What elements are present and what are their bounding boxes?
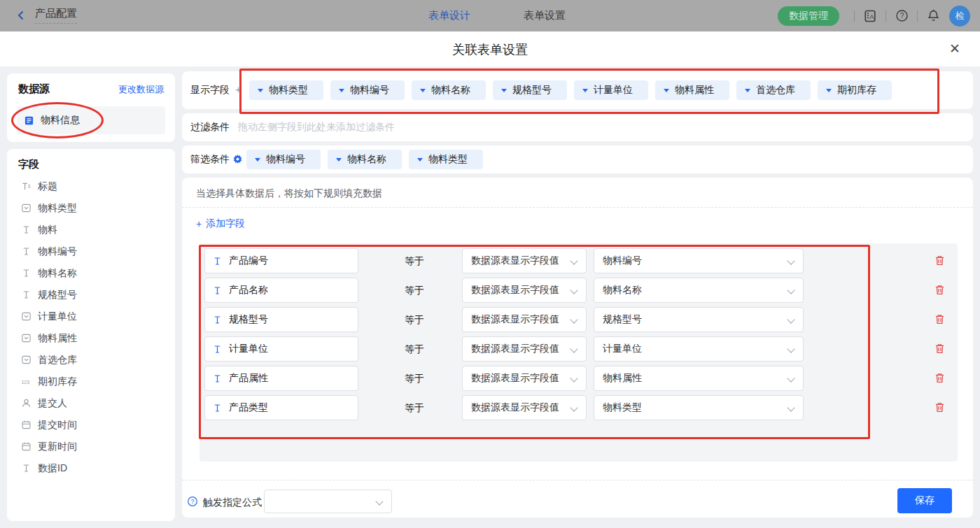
help-icon[interactable]: [894, 8, 909, 24]
field-list-item[interactable]: 物料属性: [7, 327, 175, 349]
app-window: 产品配置 表单设计 表单设置 数据管理 检 关联表单设置 ✕ 数据源 更改数据源…: [0, 0, 980, 528]
source-field-select[interactable]: 物料属性: [594, 366, 804, 391]
field-tag[interactable]: 期初库存: [818, 80, 892, 100]
gear-icon[interactable]: [232, 154, 243, 164]
text-icon: [21, 268, 31, 278]
display-field-tags: 物料类型 物料编号 物料名称 规格型号 计量单位 物料属性 首选仓库 期初库存: [249, 80, 892, 100]
avatar[interactable]: 检: [949, 6, 970, 27]
trash-icon[interactable]: [934, 284, 946, 296]
field-tag[interactable]: 计量单位: [574, 80, 648, 100]
tab-form-design[interactable]: 表单设计: [428, 9, 470, 22]
tag-label: 物料类型: [269, 84, 308, 97]
add-display-field-icon[interactable]: +: [235, 83, 241, 95]
field-list-item[interactable]: 提交时间: [7, 414, 175, 436]
source-type-select[interactable]: 数据源表显示字段值: [462, 395, 587, 420]
field-tag[interactable]: 物料编号: [246, 150, 321, 169]
target-field-label: 产品属性: [229, 372, 268, 385]
caret-down-icon: [664, 89, 669, 95]
target-field-input[interactable]: 计量单位: [204, 336, 358, 362]
screen-condition-tags: 物料编号 物料名称 物料类型: [246, 150, 483, 169]
field-tag[interactable]: 物料名称: [412, 80, 486, 100]
back-button[interactable]: 产品配置: [15, 7, 77, 24]
field-list-item[interactable]: 更新时间: [7, 436, 175, 457]
data-manage-button[interactable]: 数据管理: [778, 6, 839, 26]
field-list-item[interactable]: 物料类型: [7, 197, 175, 219]
filter-label: 过滤条件: [190, 113, 230, 141]
field-tag[interactable]: 物料属性: [655, 80, 729, 100]
target-field-input[interactable]: 产品名称: [204, 278, 358, 303]
source-field-select[interactable]: 物料编号: [594, 248, 804, 273]
add-field-link[interactable]: + 添加字段: [196, 217, 245, 230]
field-list-item[interactable]: 物料: [7, 219, 175, 241]
target-field-input[interactable]: 产品属性: [204, 366, 358, 391]
help-circle-icon[interactable]: [187, 496, 198, 507]
chevron-down-icon: [570, 315, 578, 323]
source-field-select[interactable]: 物料名称: [594, 278, 804, 303]
display-fields-row: 显示字段 + 物料类型 物料编号 物料名称 规格型号 计量单位 物料属性 首选仓…: [182, 71, 973, 109]
text-icon: [212, 344, 223, 355]
close-icon[interactable]: ✕: [949, 41, 960, 57]
trash-icon[interactable]: [934, 372, 946, 384]
caret-down-icon: [339, 89, 344, 95]
bell-icon[interactable]: [925, 8, 941, 24]
source-field-select[interactable]: 规格型号: [594, 307, 804, 332]
field-tag[interactable]: 规格型号: [493, 80, 567, 100]
datasource-item[interactable]: 物料信息: [17, 106, 165, 134]
field-list-item[interactable]: 标题: [7, 176, 175, 197]
source-type-select[interactable]: 数据源表显示字段值: [462, 307, 587, 332]
fields-title: 字段: [7, 149, 175, 176]
tab-form-settings[interactable]: 表单设置: [524, 9, 566, 22]
target-field-input[interactable]: 规格型号: [204, 307, 358, 332]
modal-title: 关联表单设置: [0, 41, 980, 58]
address-book-icon[interactable]: [862, 8, 878, 24]
field-label: 物料编号: [38, 245, 77, 258]
source-type-select[interactable]: 数据源表显示字段值: [462, 248, 587, 273]
field-list-item[interactable]: 期初库存: [7, 371, 175, 392]
field-label: 期初库存: [38, 376, 77, 388]
field-list-item[interactable]: 计量单位: [7, 306, 175, 327]
field-tag[interactable]: 首选仓库: [736, 80, 811, 100]
change-datasource-link[interactable]: 更改数据源: [118, 83, 164, 96]
field-tag[interactable]: 物料类型: [249, 80, 323, 100]
trash-icon[interactable]: [934, 255, 946, 266]
source-type-select[interactable]: 数据源表显示字段值: [462, 278, 587, 303]
text-icon: [212, 285, 223, 296]
tag-label: 期初库存: [837, 84, 876, 97]
source-type-select[interactable]: 数据源表显示字段值: [462, 336, 587, 362]
source-type-select[interactable]: 数据源表显示字段值: [462, 366, 587, 391]
trash-icon[interactable]: [934, 401, 946, 413]
save-button[interactable]: 保存: [897, 488, 952, 513]
operator-label: 等于: [405, 336, 435, 362]
target-field-input[interactable]: 产品类型: [204, 395, 358, 420]
field-list-item[interactable]: 提交人: [7, 392, 175, 414]
field-tag[interactable]: 物料名称: [328, 150, 402, 169]
trash-icon[interactable]: [934, 343, 946, 355]
field-list-item[interactable]: 数据ID: [7, 457, 175, 479]
field-tag[interactable]: 物料类型: [409, 150, 483, 169]
trigger-formula-select[interactable]: [264, 490, 392, 513]
calendar-icon: [21, 420, 31, 430]
text-icon: [212, 403, 223, 413]
filter-dropzone[interactable]: 过滤条件 拖动左侧字段到此处来添加过滤条件: [182, 113, 973, 141]
operator-label: 等于: [405, 366, 435, 391]
caret-down-icon: [417, 158, 423, 164]
calendar-icon: [21, 441, 31, 452]
target-field-input[interactable]: 产品编号: [204, 248, 358, 273]
target-field-label: 规格型号: [229, 313, 268, 326]
divider: [886, 10, 886, 22]
field-tag[interactable]: 物料编号: [330, 80, 405, 100]
source-field-select[interactable]: 计量单位: [594, 336, 804, 362]
datasource-item-label: 物料信息: [41, 114, 80, 127]
text-icon: [212, 373, 223, 384]
target-field-label: 产品编号: [229, 255, 268, 267]
field-list-item[interactable]: 规格型号: [7, 284, 175, 306]
field-list-item[interactable]: 首选仓库: [7, 349, 175, 371]
field-label: 首选仓库: [38, 354, 77, 366]
field-list-item[interactable]: 物料编号: [7, 241, 175, 262]
source-field-select[interactable]: 物料类型: [594, 395, 804, 420]
tag-label: 规格型号: [512, 84, 552, 97]
chevron-down-icon: [375, 497, 383, 505]
trash-icon[interactable]: [934, 313, 946, 325]
tag-label: 首选仓库: [756, 84, 795, 97]
field-list-item[interactable]: 物料名称: [7, 262, 175, 284]
